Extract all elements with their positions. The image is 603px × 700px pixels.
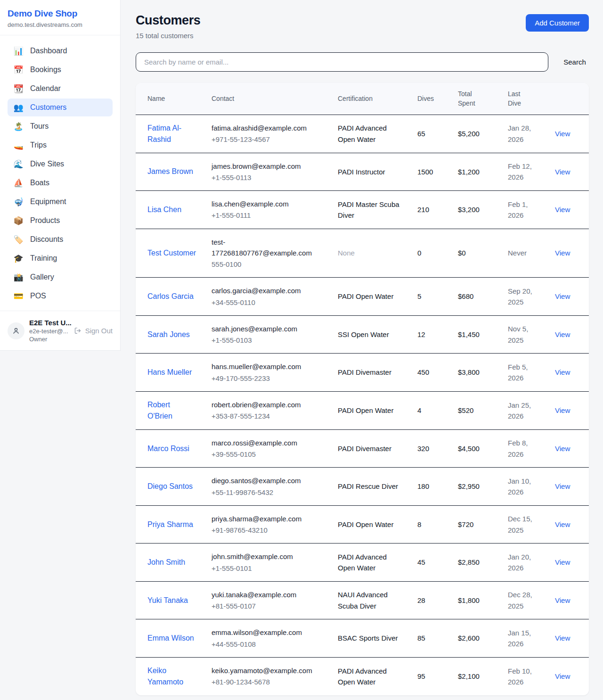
table-row: Test Customer test-1772681807767@example… bbox=[136, 229, 589, 278]
sidebar-item-pos[interactable]: 💳POS bbox=[8, 287, 113, 305]
customer-certification: PADI Open Water bbox=[330, 278, 410, 316]
view-link[interactable]: View bbox=[555, 168, 570, 176]
sidebar-item-customers[interactable]: 👥Customers bbox=[8, 99, 113, 116]
sidebar-item-label: Dashboard bbox=[30, 47, 67, 55]
customer-name-link[interactable]: John Smith bbox=[147, 558, 185, 566]
sidebar-item-label: Tours bbox=[30, 122, 49, 131]
customer-last-dive: Never bbox=[500, 229, 547, 278]
sidebar-item-dashboard[interactable]: 📊Dashboard bbox=[8, 42, 113, 60]
column-header-total-spent: Total Spent bbox=[450, 83, 500, 115]
customer-certification: PADI Divemaster bbox=[330, 429, 410, 468]
customer-name-link[interactable]: Carlos Garcia bbox=[147, 292, 194, 300]
customer-certification: None bbox=[330, 229, 410, 278]
shop-title[interactable]: Demo Dive Shop bbox=[8, 8, 109, 19]
customer-total-spent: $720 bbox=[450, 505, 500, 544]
view-link[interactable]: View bbox=[555, 520, 570, 528]
customer-name-link[interactable]: Hans Mueller bbox=[147, 368, 192, 376]
customer-phone: +81-555-0107 bbox=[212, 601, 323, 611]
customer-dives: 95 bbox=[410, 657, 450, 695]
view-link[interactable]: View bbox=[555, 330, 570, 338]
customer-name-link[interactable]: Test Customer bbox=[147, 249, 196, 257]
customer-last-dive: Jan 28, 2026 bbox=[500, 115, 547, 153]
view-link[interactable]: View bbox=[555, 130, 570, 138]
table-row: Marco Rossi marco.rossi@example.com+39-5… bbox=[136, 429, 589, 468]
customer-certification: SSI Open Water bbox=[330, 315, 410, 354]
view-link[interactable]: View bbox=[555, 596, 570, 604]
sidebar-item-boats[interactable]: ⛵Boats bbox=[8, 174, 113, 192]
customers-table: Name Contact Certification Dives Total S… bbox=[136, 83, 589, 695]
user-name: E2E Test U... bbox=[29, 319, 69, 327]
customer-name-link[interactable]: Priya Sharma bbox=[147, 520, 193, 528]
customer-dives: 65 bbox=[410, 115, 450, 153]
customer-name-link[interactable]: Yuki Tanaka bbox=[147, 596, 188, 604]
search-input[interactable] bbox=[136, 52, 548, 72]
customer-certification: NAUI Advanced Scuba Diver bbox=[330, 581, 410, 619]
customer-last-dive: Feb 5, 2026 bbox=[500, 354, 547, 392]
customer-name-link[interactable]: Diego Santos bbox=[147, 482, 193, 490]
sidebar-item-gallery[interactable]: 📸Gallery bbox=[8, 268, 113, 286]
search-button[interactable]: Search bbox=[561, 55, 589, 69]
customer-name-link[interactable]: Lisa Chen bbox=[147, 206, 181, 214]
view-link[interactable]: View bbox=[555, 634, 570, 642]
sidebar-item-dive-sites[interactable]: 🌊Dive Sites bbox=[8, 155, 113, 173]
customer-email: sarah.jones@example.com bbox=[212, 323, 323, 334]
customer-certification: BSAC Sports Diver bbox=[330, 619, 410, 658]
sidebar-item-equipment[interactable]: 🤿Equipment bbox=[8, 193, 113, 211]
equipment-icon: 🤿 bbox=[13, 198, 24, 206]
view-link[interactable]: View bbox=[555, 672, 570, 680]
customer-name-link[interactable]: Emma Wilson bbox=[147, 634, 194, 642]
sidebar: Demo Dive Shop demo.test.divestreams.com… bbox=[0, 0, 121, 351]
dashboard-icon: 📊 bbox=[13, 47, 24, 55]
customer-dives: 12 bbox=[410, 315, 450, 354]
customer-phone: +1-555-0111 bbox=[212, 210, 323, 221]
customer-name-link[interactable]: Keiko Yamamoto bbox=[147, 667, 183, 686]
view-link[interactable]: View bbox=[555, 368, 570, 376]
view-link[interactable]: View bbox=[555, 558, 570, 566]
sidebar-item-bookings[interactable]: 📅Bookings bbox=[8, 61, 113, 79]
sidebar-item-discounts[interactable]: 🏷️Discounts bbox=[8, 231, 113, 248]
customer-phone: +55-11-99876-5432 bbox=[212, 487, 323, 498]
view-link[interactable]: View bbox=[555, 445, 570, 453]
sign-out-icon bbox=[74, 327, 82, 335]
customer-dives: 1500 bbox=[410, 153, 450, 191]
sidebar-item-trips[interactable]: 🚤Trips bbox=[8, 136, 113, 154]
customer-name-link[interactable]: Marco Rossi bbox=[147, 445, 189, 453]
customer-certification: PADI Open Water bbox=[330, 505, 410, 544]
view-link[interactable]: View bbox=[555, 482, 570, 490]
customer-phone: +1-555-0101 bbox=[212, 563, 323, 574]
customer-phone: +971-55-123-4567 bbox=[212, 134, 323, 145]
sidebar-item-label: Customers bbox=[30, 103, 66, 112]
view-link[interactable]: View bbox=[555, 206, 570, 214]
customer-name-link[interactable]: James Brown bbox=[147, 167, 193, 175]
sidebar-item-label: Boats bbox=[30, 179, 49, 187]
gallery-icon: 📸 bbox=[13, 273, 24, 281]
customer-certification: PADI Advanced Open Water bbox=[330, 115, 410, 153]
customer-name-link[interactable]: Robert O'Brien bbox=[147, 401, 172, 420]
customer-name-link[interactable]: Sarah Jones bbox=[147, 330, 190, 338]
shop-subdomain: demo.test.divestreams.com bbox=[8, 21, 109, 28]
customer-certification: PADI Master Scuba Diver bbox=[330, 191, 410, 229]
customer-name-link[interactable]: Fatima Al-Rashid bbox=[147, 124, 181, 143]
customer-total-spent: $1,800 bbox=[450, 581, 500, 619]
customer-phone: +91-98765-43210 bbox=[212, 525, 323, 535]
table-row: Yuki Tanaka yuki.tanaka@example.com+81-5… bbox=[136, 581, 589, 619]
table-row: Priya Sharma priya.sharma@example.com+91… bbox=[136, 505, 589, 544]
sign-out-button[interactable]: Sign Out bbox=[74, 327, 113, 335]
sidebar-item-label: Products bbox=[30, 216, 60, 225]
sidebar-item-training[interactable]: 🎓Training bbox=[8, 249, 113, 267]
customer-email: yuki.tanaka@example.com bbox=[212, 589, 323, 600]
view-link[interactable]: View bbox=[555, 292, 570, 300]
sidebar-item-products[interactable]: 📦Products bbox=[8, 212, 113, 230]
sidebar-item-tours[interactable]: 🏝️Tours bbox=[8, 117, 113, 135]
view-link[interactable]: View bbox=[555, 249, 570, 257]
add-customer-button[interactable]: Add Customer bbox=[526, 14, 589, 32]
column-header-contact: Contact bbox=[204, 83, 330, 115]
table-row: Robert O'Brien robert.obrien@example.com… bbox=[136, 391, 589, 429]
view-link[interactable]: View bbox=[555, 406, 570, 414]
customer-email: priya.sharma@example.com bbox=[212, 513, 323, 524]
table-row: Fatima Al-Rashid fatima.alrashid@example… bbox=[136, 115, 589, 153]
table-header-row: Name Contact Certification Dives Total S… bbox=[136, 83, 589, 115]
customer-total-spent: $1,200 bbox=[450, 153, 500, 191]
customers-icon: 👥 bbox=[13, 104, 24, 112]
sidebar-item-calendar[interactable]: 📆Calendar bbox=[8, 80, 113, 98]
